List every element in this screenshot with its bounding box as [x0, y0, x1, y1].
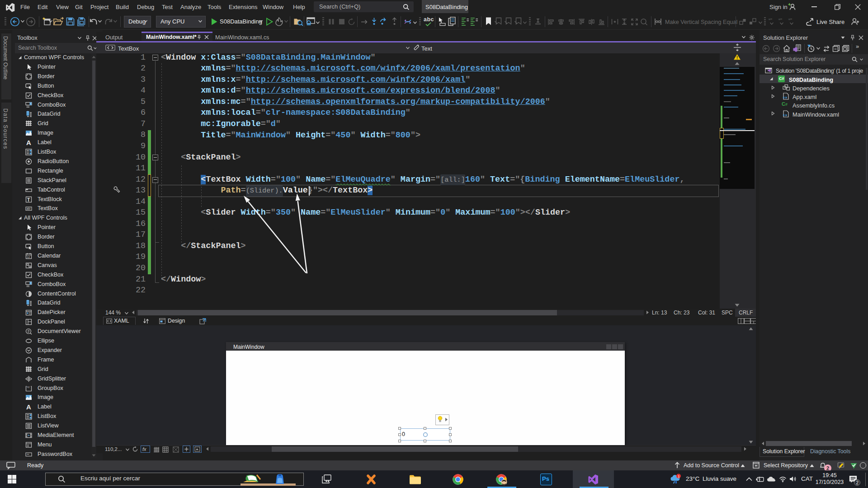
svg-text:A: A: [26, 403, 31, 411]
svg-text:T: T: [27, 197, 30, 202]
svg-text:12: 12: [27, 256, 30, 258]
svg-text:A: A: [26, 139, 31, 146]
svg-text:1: 1: [678, 474, 680, 479]
svg-text:abl: abl: [27, 207, 31, 210]
svg-text:xy: xy: [27, 385, 30, 388]
svg-text:**: **: [27, 453, 29, 456]
